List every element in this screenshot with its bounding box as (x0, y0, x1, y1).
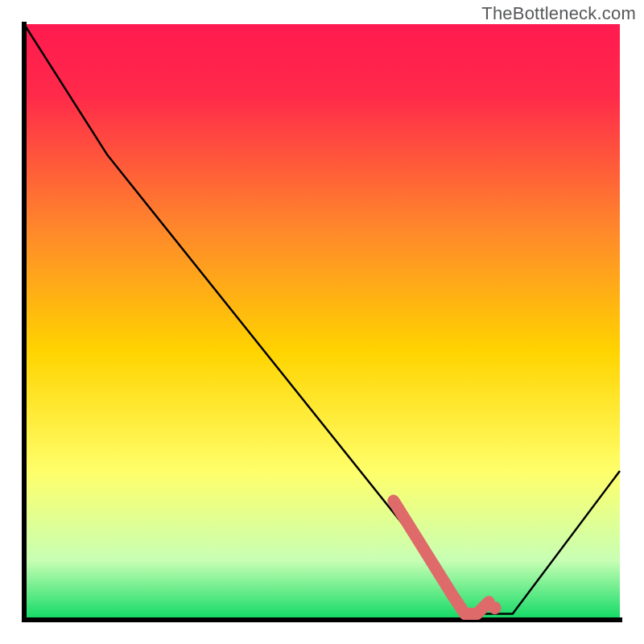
chart-svg (0, 0, 644, 644)
highlight-dot (489, 601, 502, 614)
watermark-text: TheBottleneck.com (481, 3, 636, 24)
gradient-background (24, 24, 620, 620)
chart-root: TheBottleneck.com (0, 0, 644, 644)
